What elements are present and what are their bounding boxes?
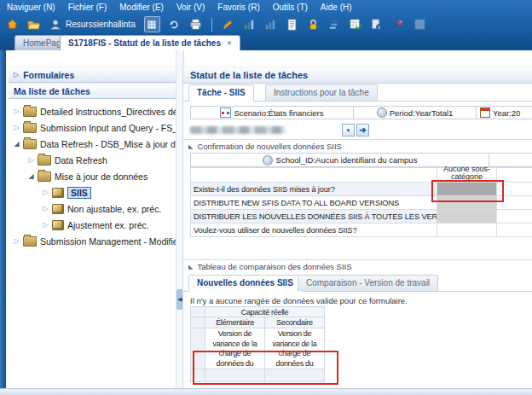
entity-name-redacted[interactable] [190,126,286,134]
tab-instructions[interactable]: Instructions pour la tâche [265,84,378,101]
document-icon[interactable] [285,17,299,32]
row-header-stub [190,328,205,369]
menu-outils[interactable]: Outils (T) [273,3,308,12]
info-icon[interactable]: i [370,17,385,32]
calendar-icon [480,107,490,118]
section-comparison-header[interactable]: ◢ Tableau de comparaison des données SII… [183,259,532,273]
column-header-aucune-sous-categorie: Aucune sous-catégorie [437,168,497,182]
section-confirmation-header[interactable]: ◢ Confirmation de nouvelles données SIIS [183,139,532,153]
close-icon[interactable]: × [227,38,232,48]
rules-icon[interactable] [391,17,406,32]
tab-comparaison-version[interactable]: Comparaison - Version de travail [298,275,438,291]
table-row: Existe-t-il des données SIIS mises à jou… [190,183,532,196]
confirmation-table: Aucune sous-catégorie Existe-t-il des do… [190,167,532,237]
row-header-stub [190,369,205,381]
user-icon[interactable] [48,17,62,32]
resource-management-label[interactable]: Resurssienhallinta [66,20,136,29]
menu-favoris[interactable]: Favoris (R) [217,3,259,12]
menu-modifier[interactable]: Modifier (E) [119,3,164,12]
expand-icon[interactable] [12,124,21,131]
expand-icon[interactable] [12,107,21,115]
lock-icon[interactable] [306,17,321,32]
tree-item-data-refresh-dsb[interactable]: Data Refresh - DSB_Mise à jour de donnée… [9,136,176,152]
application-window: Naviguer (N) Fichier (F) Modifier (E) Vo… [0,0,532,395]
grid-disabled-icon [413,17,427,32]
expand-icon[interactable] [41,189,50,196]
folder-icon [23,236,37,247]
task-tabs: Tâche - SIIS Instructions pour la tâche [183,84,532,102]
tab-nouvelles-donnees[interactable]: Nouvelles données SIIS [188,275,302,292]
entity-dropdown-button[interactable]: ▼ [342,124,355,137]
chart-bars-gray-icon[interactable] [263,17,278,32]
table-row: DISTRIBUER LES NOUVELLES DONNÉES SIIS À … [190,210,532,224]
menu-naviguer[interactable]: Naviguer (N) [7,3,55,12]
sub-header-version-variance-secondaire: Version de variance de la charge de donn… [265,328,325,369]
top-bar: Naviguer (N) Fichier (F) Modifier (E) Vo… [0,0,532,34]
forms-grid-icon[interactable] [144,16,160,32]
tree-label-selected: SIIS [67,187,91,199]
folder-icon [38,155,51,166]
data-cell-siis-updated[interactable] [437,183,497,195]
data-cell-distribute-en[interactable] [437,196,497,209]
task-steps-icon[interactable] [327,17,342,32]
task-icon [52,204,64,214]
window-left-border [0,50,6,388]
collapse-triangle-icon: ◢ [188,143,193,150]
empty-data-cell[interactable] [205,369,265,381]
tree-item-detailed-instructions[interactable]: Detailed Instructions_Directives détaill… [9,103,176,119]
tree-item-submission-input[interactable]: Submission Input and Query - FS_Soumissi… [9,119,176,136]
section-comparison-title: Tableau de comparaison des données SIIS [197,262,351,271]
tree-label: Submission Management - Modifier_Gestion… [40,236,176,247]
home-icon[interactable] [5,17,20,32]
task-tree: Detailed Instructions_Directives détaill… [9,99,176,249]
collapse-icon[interactable] [12,140,21,148]
tree-item-submission-management[interactable]: Submission Management - Modifier_Gestion… [9,233,176,249]
pov-bar: Scenario:États financiers Period:YearTot… [190,106,532,119]
pov-period[interactable]: Period:YearTotal1 [354,107,477,119]
column-header-elementaire: Élémentaire [205,317,265,328]
tree-item-data-refresh[interactable]: Data Refresh [9,152,176,168]
expand-icon[interactable] [41,221,50,229]
row-label: Existe-t-il des données SIIS mises à jou… [190,183,437,195]
section-confirmation-title: Confirmation de nouvelles données SIIS [197,142,342,151]
tree-item-ajustement[interactable]: Ajustement ex. préc. [9,217,176,233]
tab-tache-siis[interactable]: Tâche - SIIS [188,84,254,102]
menu-aide[interactable]: Aide (H) [321,3,352,12]
collapse-icon[interactable] [26,172,36,180]
pov-scenario[interactable]: Scenario:États financiers [191,107,354,119]
chart-bars-icon[interactable] [242,17,257,32]
grid-check-icon[interactable] [349,17,363,32]
tab-tasklist-status[interactable]: S1718FIS - Statut de la liste de tâches× [60,35,240,50]
expand-icon[interactable] [26,156,36,164]
tree-item-non-ajustable[interactable]: Non ajustable, ex. préc. [9,200,176,217]
pov-year[interactable]: Year:20 [477,107,532,119]
tree-label: Data Refresh [55,155,107,166]
header-extra-cell [497,168,532,182]
tree-label: Mise à jour de données [55,171,147,182]
task-icon [52,220,64,230]
refresh-icon[interactable] [167,17,182,32]
tree-item-mise-a-jour[interactable]: Mise à jour de données [9,168,176,184]
collapse-triangle-icon: ◢ [188,264,193,270]
tree-item-siis[interactable]: SIIS [9,184,176,200]
data-cell-use-new-data[interactable] [437,224,497,236]
expand-icon[interactable] [41,205,50,212]
data-cell-distribuer-fr[interactable] [437,210,497,223]
expand-icon[interactable] [12,237,21,245]
open-folder-icon[interactable] [26,17,41,32]
sub-header-version-variance-elementaire: Version de variance de la charge de donn… [205,328,265,369]
empty-data-cell[interactable] [265,369,325,381]
menu-voir[interactable]: Voir (V) [176,3,205,12]
print-icon[interactable] [188,17,203,32]
sidebar: ▷ Formulaires Ma liste de tâches Detaile… [9,67,176,388]
menu-fichier[interactable]: Fichier (F) [68,3,107,12]
folder-icon [38,171,51,182]
span-header-capacite-reelle: Capacité réelle [205,307,325,317]
header-empty-cell [190,168,437,182]
accordion-ma-liste[interactable]: Ma liste de tâches [9,83,176,99]
accordion-formulaires[interactable]: ▷ Formulaires [9,67,176,83]
tree-label: Ajustement ex. préc. [67,220,149,230]
edit-pencil-icon[interactable] [221,17,235,32]
task-icon [52,188,64,198]
entity-go-button[interactable]: ➔ [356,124,369,137]
